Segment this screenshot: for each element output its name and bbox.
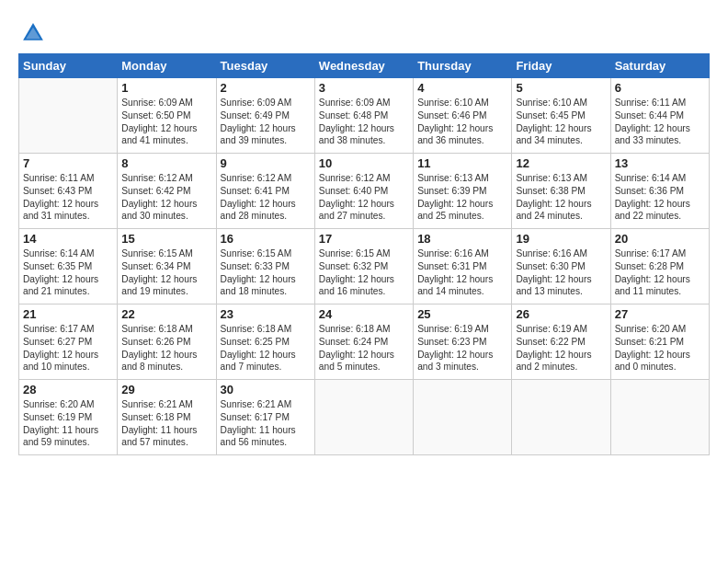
calendar-cell: 28Sunrise: 6:20 AM Sunset: 6:19 PM Dayli… — [19, 380, 118, 455]
logo-icon — [20, 20, 46, 46]
day-number: 19 — [516, 232, 606, 246]
calendar-cell: 24Sunrise: 6:18 AM Sunset: 6:24 PM Dayli… — [314, 304, 413, 380]
day-detail: Sunrise: 6:11 AM Sunset: 6:43 PM Dayligh… — [23, 172, 113, 223]
day-detail: Sunrise: 6:15 AM Sunset: 6:34 PM Dayligh… — [121, 247, 211, 298]
day-number: 22 — [121, 307, 211, 321]
calendar-cell: 17Sunrise: 6:15 AM Sunset: 6:32 PM Dayli… — [314, 229, 413, 304]
page-header — [18, 17, 710, 46]
calendar-cell — [19, 78, 118, 154]
day-number: 3 — [319, 81, 409, 95]
day-detail: Sunrise: 6:14 AM Sunset: 6:36 PM Dayligh… — [615, 172, 705, 223]
calendar-cell: 25Sunrise: 6:19 AM Sunset: 6:23 PM Dayli… — [414, 304, 512, 380]
logo — [18, 20, 46, 46]
day-number: 26 — [516, 307, 606, 321]
calendar-week-3: 14Sunrise: 6:14 AM Sunset: 6:35 PM Dayli… — [19, 229, 710, 304]
day-number: 7 — [23, 156, 113, 170]
calendar-cell: 5Sunrise: 6:10 AM Sunset: 6:45 PM Daylig… — [512, 78, 610, 154]
day-detail: Sunrise: 6:12 AM Sunset: 6:42 PM Dayligh… — [121, 172, 211, 223]
day-detail: Sunrise: 6:10 AM Sunset: 6:46 PM Dayligh… — [417, 97, 507, 147]
day-detail: Sunrise: 6:13 AM Sunset: 6:38 PM Dayligh… — [516, 172, 606, 223]
calendar-cell: 27Sunrise: 6:20 AM Sunset: 6:21 PM Dayli… — [610, 304, 709, 380]
calendar-cell: 13Sunrise: 6:14 AM Sunset: 6:36 PM Dayli… — [610, 154, 709, 229]
calendar-cell: 10Sunrise: 6:12 AM Sunset: 6:40 PM Dayli… — [314, 154, 413, 229]
calendar-cell: 14Sunrise: 6:14 AM Sunset: 6:35 PM Dayli… — [19, 229, 118, 304]
calendar-cell: 23Sunrise: 6:18 AM Sunset: 6:25 PM Dayli… — [216, 304, 314, 380]
day-detail: Sunrise: 6:09 AM Sunset: 6:48 PM Dayligh… — [319, 97, 409, 147]
calendar-cell: 26Sunrise: 6:19 AM Sunset: 6:22 PM Dayli… — [512, 304, 610, 380]
day-detail: Sunrise: 6:20 AM Sunset: 6:21 PM Dayligh… — [615, 323, 705, 373]
day-number: 16 — [221, 232, 311, 246]
calendar-week-2: 7Sunrise: 6:11 AM Sunset: 6:43 PM Daylig… — [19, 154, 710, 229]
calendar-header-wednesday: Wednesday — [314, 54, 413, 78]
calendar-header-tuesday: Tuesday — [216, 54, 314, 78]
day-number: 8 — [121, 156, 211, 170]
day-number: 18 — [417, 232, 507, 246]
day-number: 29 — [121, 383, 211, 396]
calendar-cell: 2Sunrise: 6:09 AM Sunset: 6:49 PM Daylig… — [216, 78, 314, 154]
day-detail: Sunrise: 6:20 AM Sunset: 6:19 PM Dayligh… — [23, 398, 113, 449]
calendar-week-4: 21Sunrise: 6:17 AM Sunset: 6:27 PM Dayli… — [19, 304, 710, 380]
day-number: 12 — [516, 156, 606, 170]
day-number: 6 — [615, 81, 705, 95]
day-number: 21 — [23, 307, 113, 321]
day-number: 27 — [615, 307, 705, 321]
calendar-cell — [414, 380, 512, 455]
day-detail: Sunrise: 6:16 AM Sunset: 6:31 PM Dayligh… — [417, 247, 507, 298]
calendar-cell — [314, 380, 413, 455]
day-detail: Sunrise: 6:21 AM Sunset: 6:17 PM Dayligh… — [221, 398, 311, 449]
day-detail: Sunrise: 6:10 AM Sunset: 6:45 PM Dayligh… — [516, 97, 606, 147]
day-number: 13 — [615, 156, 705, 170]
day-number: 15 — [121, 232, 211, 246]
calendar-header-monday: Monday — [118, 54, 216, 78]
calendar-cell: 8Sunrise: 6:12 AM Sunset: 6:42 PM Daylig… — [118, 154, 216, 229]
day-detail: Sunrise: 6:12 AM Sunset: 6:41 PM Dayligh… — [221, 172, 311, 223]
day-detail: Sunrise: 6:17 AM Sunset: 6:28 PM Dayligh… — [615, 247, 705, 298]
calendar-week-5: 28Sunrise: 6:20 AM Sunset: 6:19 PM Dayli… — [19, 380, 710, 455]
calendar-header-friday: Friday — [512, 54, 610, 78]
calendar-header-saturday: Saturday — [610, 54, 709, 78]
calendar-cell: 29Sunrise: 6:21 AM Sunset: 6:18 PM Dayli… — [118, 380, 216, 455]
calendar-cell: 22Sunrise: 6:18 AM Sunset: 6:26 PM Dayli… — [118, 304, 216, 380]
calendar-header-row: SundayMondayTuesdayWednesdayThursdayFrid… — [19, 54, 710, 78]
day-detail: Sunrise: 6:18 AM Sunset: 6:25 PM Dayligh… — [221, 323, 311, 373]
calendar-cell: 3Sunrise: 6:09 AM Sunset: 6:48 PM Daylig… — [314, 78, 413, 154]
calendar-cell: 21Sunrise: 6:17 AM Sunset: 6:27 PM Dayli… — [19, 304, 118, 380]
day-detail: Sunrise: 6:13 AM Sunset: 6:39 PM Dayligh… — [417, 172, 507, 223]
calendar-cell: 15Sunrise: 6:15 AM Sunset: 6:34 PM Dayli… — [118, 229, 216, 304]
day-detail: Sunrise: 6:15 AM Sunset: 6:33 PM Dayligh… — [221, 247, 311, 298]
calendar-header-thursday: Thursday — [414, 54, 512, 78]
calendar-week-1: 1Sunrise: 6:09 AM Sunset: 6:50 PM Daylig… — [19, 78, 710, 154]
calendar-cell: 6Sunrise: 6:11 AM Sunset: 6:44 PM Daylig… — [610, 78, 709, 154]
calendar-cell — [512, 380, 610, 455]
calendar-cell: 7Sunrise: 6:11 AM Sunset: 6:43 PM Daylig… — [19, 154, 118, 229]
calendar-cell: 16Sunrise: 6:15 AM Sunset: 6:33 PM Dayli… — [216, 229, 314, 304]
calendar-cell: 30Sunrise: 6:21 AM Sunset: 6:17 PM Dayli… — [216, 380, 314, 455]
day-number: 14 — [23, 232, 113, 246]
day-detail: Sunrise: 6:18 AM Sunset: 6:26 PM Dayligh… — [121, 323, 211, 373]
day-detail: Sunrise: 6:17 AM Sunset: 6:27 PM Dayligh… — [23, 323, 113, 373]
day-number: 24 — [319, 307, 409, 321]
day-detail: Sunrise: 6:18 AM Sunset: 6:24 PM Dayligh… — [319, 323, 409, 373]
day-number: 25 — [417, 307, 507, 321]
day-detail: Sunrise: 6:19 AM Sunset: 6:23 PM Dayligh… — [417, 323, 507, 373]
calendar-cell: 9Sunrise: 6:12 AM Sunset: 6:41 PM Daylig… — [216, 154, 314, 229]
day-detail: Sunrise: 6:21 AM Sunset: 6:18 PM Dayligh… — [121, 398, 211, 449]
day-detail: Sunrise: 6:09 AM Sunset: 6:49 PM Dayligh… — [221, 97, 311, 147]
day-number: 4 — [417, 81, 507, 95]
day-number: 20 — [615, 232, 705, 246]
day-number: 2 — [221, 81, 311, 95]
calendar-cell: 1Sunrise: 6:09 AM Sunset: 6:50 PM Daylig… — [118, 78, 216, 154]
calendar-cell: 4Sunrise: 6:10 AM Sunset: 6:46 PM Daylig… — [414, 78, 512, 154]
day-detail: Sunrise: 6:12 AM Sunset: 6:40 PM Dayligh… — [319, 172, 409, 223]
day-number: 17 — [319, 232, 409, 246]
calendar-cell: 11Sunrise: 6:13 AM Sunset: 6:39 PM Dayli… — [414, 154, 512, 229]
day-number: 9 — [221, 156, 311, 170]
calendar-table: SundayMondayTuesdayWednesdayThursdayFrid… — [18, 53, 710, 455]
calendar-cell: 20Sunrise: 6:17 AM Sunset: 6:28 PM Dayli… — [610, 229, 709, 304]
day-detail: Sunrise: 6:19 AM Sunset: 6:22 PM Dayligh… — [516, 323, 606, 373]
calendar-header-sunday: Sunday — [19, 54, 118, 78]
calendar-cell: 18Sunrise: 6:16 AM Sunset: 6:31 PM Dayli… — [414, 229, 512, 304]
calendar-cell: 19Sunrise: 6:16 AM Sunset: 6:30 PM Dayli… — [512, 229, 610, 304]
day-number: 28 — [23, 383, 113, 396]
day-number: 10 — [319, 156, 409, 170]
